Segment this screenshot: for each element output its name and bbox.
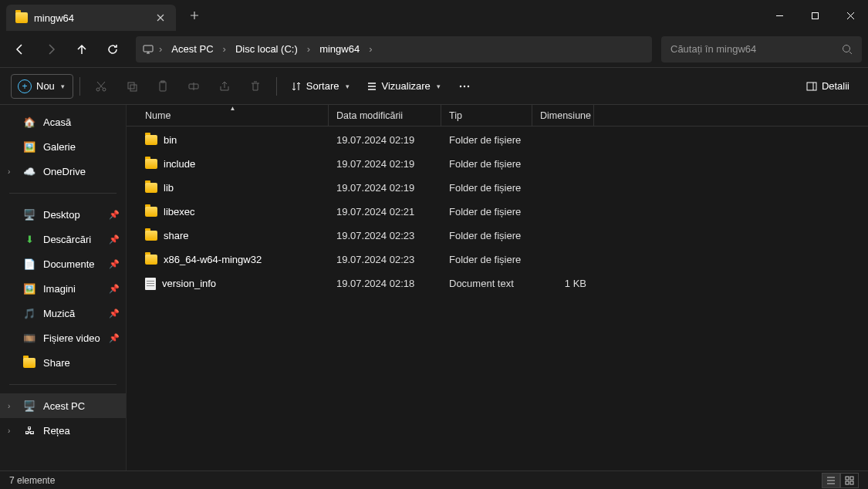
delete-button[interactable] [241, 73, 270, 99]
folder-icon [145, 159, 157, 169]
maximize-button[interactable] [797, 0, 833, 31]
window-controls [762, 0, 868, 31]
svg-rect-0 [812, 12, 818, 19]
chevron-right-icon[interactable]: › [221, 43, 228, 55]
svg-rect-15 [850, 477, 853, 480]
new-label: Nou [36, 80, 55, 92]
column-headers: ▲Nume Data modificării Tip Dimensiune [127, 105, 868, 126]
sidebar-item-desktop[interactable]: 🖥️Desktop📌 [0, 202, 126, 227]
file-date: 19.07.2024 02:23 [329, 230, 441, 241]
monitor-icon: 🖥️ [23, 400, 35, 412]
paste-button[interactable] [148, 73, 177, 99]
sidebar-item-videos[interactable]: 🎞️Fișiere video📌 [0, 325, 126, 350]
tab-current[interactable]: mingw64 [6, 5, 176, 31]
file-row[interactable]: x86_64-w64-mingw3219.07.2024 02:23Folder… [127, 248, 868, 271]
back-button[interactable] [6, 35, 34, 63]
svg-rect-7 [160, 82, 166, 91]
file-type: Folder de fișiere [441, 206, 532, 218]
file-row[interactable]: bin19.07.2024 02:19Folder de fișiere [127, 128, 868, 152]
forward-button[interactable] [37, 35, 65, 63]
sidebar-item-thispc[interactable]: ›🖥️Acest PC [0, 393, 126, 418]
pin-icon: 📌 [109, 234, 120, 244]
sidebar-item-home[interactable]: 🏠Acasă [0, 110, 126, 134]
file-list-pane: ▲Nume Data modificării Tip Dimensiune bi… [127, 105, 868, 470]
file-row[interactable]: include19.07.2024 02:19Folder de fișiere [127, 152, 868, 176]
breadcrumb-item[interactable]: mingw64 [315, 40, 364, 58]
details-pane-button[interactable]: Detalii [799, 73, 857, 99]
details-view-toggle[interactable] [822, 473, 840, 488]
breadcrumb-item[interactable]: Acest PC [167, 40, 218, 58]
sort-button[interactable]: Sortare ▾ [283, 73, 357, 99]
refresh-button[interactable] [99, 35, 127, 63]
search-input[interactable] [670, 43, 842, 55]
sidebar-item-network[interactable]: ›🖧Rețea [0, 418, 126, 443]
network-icon: 🖧 [23, 424, 35, 437]
file-date: 19.07.2024 02:19 [329, 158, 441, 170]
file-icon [145, 278, 156, 290]
file-type: Folder de fișiere [441, 158, 532, 170]
file-size: 1 KB [532, 278, 594, 289]
address-bar[interactable]: › Acest PC › Disc local (C:) › mingw64 › [136, 36, 652, 62]
breadcrumb-item[interactable]: Disc local (C:) [231, 40, 302, 58]
more-button[interactable] [450, 73, 479, 99]
file-date: 19.07.2024 02:21 [329, 206, 441, 218]
details-icon [806, 81, 817, 92]
chevron-right-icon[interactable]: › [306, 43, 312, 55]
file-date: 19.07.2024 02:19 [329, 134, 441, 146]
folder-icon [145, 135, 157, 145]
cloud-icon: ☁️ [23, 165, 35, 177]
navbar: › Acest PC › Disc local (C:) › mingw64 › [0, 31, 868, 68]
svg-rect-6 [130, 85, 137, 91]
svg-rect-16 [846, 481, 849, 484]
cut-button[interactable] [86, 73, 116, 99]
sidebar-item-downloads[interactable]: ⬇Descărcări📌 [0, 227, 126, 251]
search-box[interactable] [661, 36, 862, 62]
column-header-size[interactable]: Dimensiune [532, 105, 594, 126]
file-type: Folder de fișiere [441, 230, 532, 241]
sidebar-item-music[interactable]: 🎵Muzică📌 [0, 301, 126, 325]
sidebar-item-gallery[interactable]: 🖼️Galerie [0, 134, 126, 159]
column-header-name[interactable]: ▲Nume [137, 105, 329, 126]
share-button[interactable] [210, 73, 239, 99]
chevron-right-icon[interactable]: › [8, 427, 10, 435]
svg-rect-5 [128, 83, 134, 89]
rename-button[interactable] [179, 73, 208, 99]
copy-button[interactable] [117, 73, 147, 99]
tab-close-button[interactable] [154, 12, 167, 24]
file-row[interactable]: libexec19.07.2024 02:21Folder de fișiere [127, 200, 868, 224]
pin-icon: 📌 [109, 210, 120, 220]
new-button[interactable]: + Nou ▾ [11, 74, 73, 99]
chevron-right-icon[interactable]: › [157, 43, 164, 55]
toolbar: + Nou ▾ Sortare ▾ Vizualizare ▾ Detalii [0, 68, 868, 105]
chevron-right-icon[interactable]: › [8, 402, 10, 410]
chevron-down-icon: ▾ [346, 83, 350, 90]
up-button[interactable] [68, 35, 96, 63]
file-row[interactable]: share19.07.2024 02:23Folder de fișiere [127, 224, 868, 248]
icons-view-toggle[interactable] [840, 473, 859, 488]
folder-icon [23, 356, 35, 369]
new-tab-button[interactable] [184, 5, 205, 26]
chevron-down-icon: ▾ [61, 83, 65, 90]
close-button[interactable] [833, 0, 868, 31]
sidebar-item-onedrive[interactable]: ›☁️OneDrive [0, 159, 126, 184]
sidebar-item-share[interactable]: Share [0, 350, 126, 375]
file-row[interactable]: lib19.07.2024 02:19Folder de fișiere [127, 176, 868, 200]
separator [0, 375, 126, 393]
file-name: libexec [164, 206, 194, 218]
file-row[interactable]: version_info19.07.2024 02:18Document tex… [127, 271, 868, 295]
view-button[interactable]: Vizualizare ▾ [359, 73, 448, 99]
chevron-right-icon[interactable]: › [8, 167, 10, 176]
minimize-button[interactable] [762, 0, 797, 31]
chevron-right-icon[interactable]: › [367, 43, 373, 55]
monitor-icon [142, 43, 154, 56]
sidebar-item-documents[interactable]: 📄Documente📌 [0, 251, 126, 276]
titlebar: mingw64 [0, 0, 868, 31]
sidebar-item-pictures[interactable]: 🖼️Imagini📌 [0, 276, 126, 301]
file-name: share [164, 230, 189, 241]
file-name: bin [164, 134, 177, 146]
sidebar: 🏠Acasă 🖼️Galerie ›☁️OneDrive 🖥️Desktop📌 … [0, 105, 127, 470]
pin-icon: 📌 [109, 259, 120, 269]
column-header-date[interactable]: Data modificării [329, 105, 441, 126]
music-icon: 🎵 [23, 307, 35, 319]
column-header-type[interactable]: Tip [441, 105, 532, 126]
